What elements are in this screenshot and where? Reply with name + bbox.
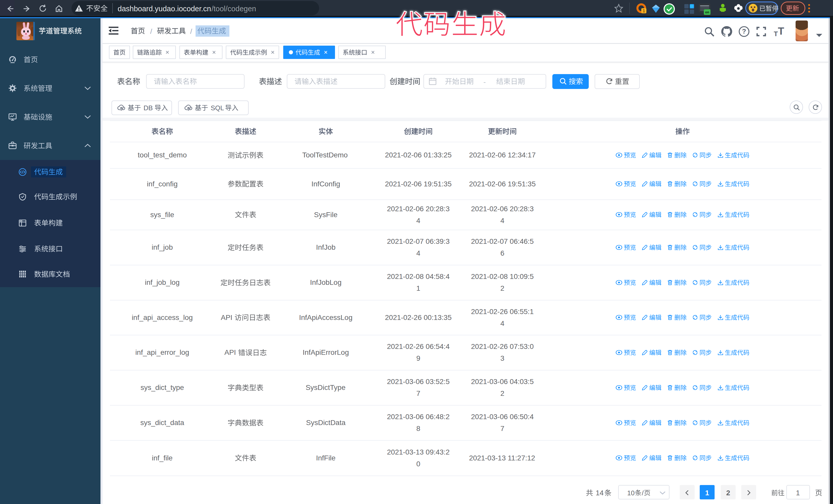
svg-text:on: on (705, 10, 709, 14)
svg-text:?: ? (742, 27, 746, 35)
svg-text:1: 1 (643, 9, 645, 13)
